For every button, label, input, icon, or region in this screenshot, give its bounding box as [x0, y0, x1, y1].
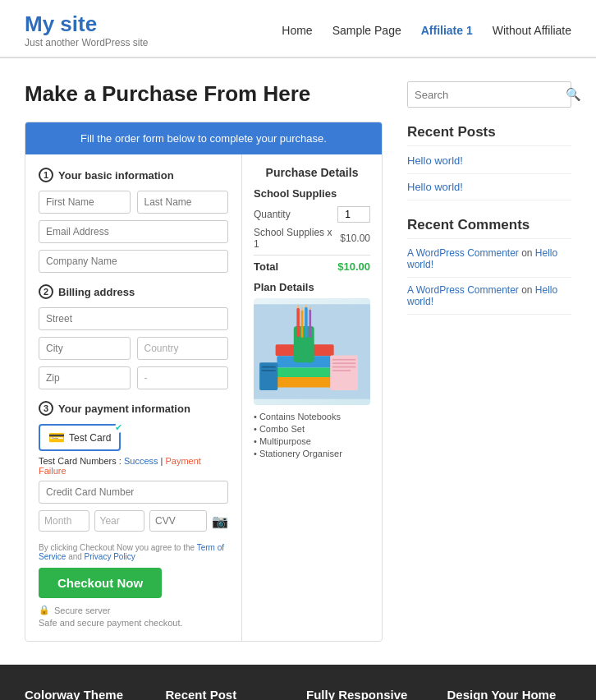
street-input[interactable]: [39, 307, 228, 330]
plan-features: Contains Notebooks Combo Set Multipurpos…: [254, 412, 370, 458]
safe-text: Safe and secure payment checkout.: [39, 618, 228, 628]
last-name-input[interactable]: [137, 191, 229, 214]
svg-rect-8: [305, 307, 308, 338]
footer-col3-title: Fully Responsive: [306, 688, 431, 700]
section3-label: Your payment information: [58, 403, 190, 415]
feature-1: Combo Set: [254, 424, 370, 434]
svg-rect-7: [301, 310, 304, 338]
section-payment: 3 Your payment information ✔ 💳 Test Card…: [39, 401, 228, 532]
order-box: Fill the order form below to complete yo…: [25, 122, 383, 642]
plan-image: [254, 298, 370, 405]
search-button[interactable]: 🔍: [559, 82, 588, 107]
site-tagline: Just another WordPress site: [25, 37, 149, 48]
country-select[interactable]: Country: [137, 337, 229, 360]
search-input[interactable]: [408, 83, 559, 107]
terms-text: By clicking Checkout Now you agree to th…: [39, 543, 228, 561]
svg-rect-15: [332, 359, 355, 361]
comment-on-0: on: [521, 247, 535, 259]
footer-col2-title: Recent Post: [166, 688, 291, 700]
lock-icon: 🔒: [39, 605, 50, 615]
email-row: [39, 220, 228, 243]
zip-input[interactable]: [39, 366, 131, 389]
company-input[interactable]: [39, 250, 228, 273]
quantity-row: Quantity: [254, 206, 370, 223]
total-row: Total $10.00: [254, 255, 370, 273]
card-number-row: [39, 481, 228, 504]
test-card-button[interactable]: ✔ 💳 Test Card: [39, 424, 121, 451]
footer-col1-title: Colorway Theme: [25, 688, 149, 700]
check-icon: ✔: [115, 422, 122, 433]
total-amount: $10.00: [337, 260, 370, 273]
feature-3: Stationery Organiser: [254, 449, 370, 458]
test-card-links: Test Card Numbers : Success | Payment Fa…: [39, 456, 228, 476]
feature-2: Multipurpose: [254, 436, 370, 446]
post-link-0[interactable]: Hello world!: [407, 154, 571, 174]
city-input[interactable]: [39, 337, 131, 360]
comment-author-1[interactable]: A WordPress Commenter: [407, 284, 519, 296]
order-header: Fill the order form below to complete yo…: [25, 122, 382, 154]
recent-comments-title: Recent Comments: [407, 217, 571, 239]
svg-rect-4: [272, 377, 333, 387]
section1-header: 1 Your basic information: [39, 168, 228, 182]
year-select[interactable]: Year: [94, 510, 145, 532]
section-billing: 2 Billing address Country: [39, 284, 228, 389]
product-name: School Supplies: [254, 187, 370, 200]
svg-rect-20: [262, 366, 276, 368]
month-select[interactable]: Month: [39, 510, 89, 532]
quantity-input[interactable]: [337, 206, 370, 223]
section2-num: 2: [39, 284, 53, 299]
nav-without-affiliate[interactable]: Without Affiliate: [493, 24, 571, 37]
page-title: Make a Purchase From Here: [25, 81, 383, 107]
checkout-button[interactable]: Checkout Now: [39, 568, 162, 598]
camera-icon: 📷: [212, 513, 228, 529]
street-row: [39, 307, 228, 330]
name-row: [39, 191, 228, 214]
cvv-input[interactable]: [149, 510, 207, 532]
success-link[interactable]: Success: [124, 456, 158, 466]
footer-col-3: Fully Responsive Colorway is a unique re…: [306, 688, 431, 700]
secure-row: 🔒 Secure server: [39, 605, 228, 615]
content-area: Make a Purchase From Here Fill the order…: [25, 81, 383, 642]
zip-extra-select[interactable]: -: [137, 366, 229, 389]
section3-header: 3 Your payment information: [39, 401, 228, 416]
line-item-row: School Supplies x 1 $10.00: [254, 227, 370, 250]
comment-author-0[interactable]: A WordPress Commenter: [407, 247, 519, 259]
first-name-input[interactable]: [39, 191, 131, 214]
section2-header: 2 Billing address: [39, 284, 228, 299]
purchase-title: Purchase Details: [254, 166, 370, 179]
recent-posts-section: Recent Posts Hello world! Hello world!: [407, 124, 571, 200]
section1-label: Your basic information: [58, 169, 174, 182]
email-input[interactable]: [39, 220, 228, 243]
section1-num: 1: [39, 168, 53, 182]
recent-posts-title: Recent Posts: [407, 124, 571, 146]
company-row: [39, 250, 228, 273]
post-link-1[interactable]: Hello world!: [407, 181, 571, 200]
footer-grid: Colorway Theme Footer is widgetized. To …: [25, 688, 571, 700]
comment-1: A WordPress Commenter on Hello world!: [407, 284, 571, 315]
line-item-price: $10.00: [340, 233, 370, 244]
svg-rect-16: [332, 362, 355, 364]
footer-col-2: Recent Post Worth A Thousand Words Categ…: [166, 688, 291, 700]
nav-sample-page[interactable]: Sample Page: [332, 24, 401, 37]
site-footer: Colorway Theme Footer is widgetized. To …: [0, 665, 596, 700]
nav-affiliate1[interactable]: Affiliate 1: [421, 24, 473, 37]
test-card-label: Test Card: [69, 432, 111, 444]
feature-0: Contains Notebooks: [254, 412, 370, 421]
section3-num: 3: [39, 401, 53, 416]
secure-label: Secure server: [54, 606, 110, 615]
footer-col-4: Design Your Home Express your creativity…: [447, 688, 572, 700]
svg-rect-18: [332, 370, 351, 371]
month-row: Month Year 📷: [39, 510, 228, 532]
footer-col-1: Colorway Theme Footer is widgetized. To …: [25, 688, 149, 700]
svg-rect-9: [309, 310, 311, 338]
nav-home[interactable]: Home: [282, 24, 312, 37]
quantity-label: Quantity: [254, 209, 291, 220]
privacy-policy-link[interactable]: Privacy Policy: [85, 552, 135, 561]
test-card-text: Test Card Numbers :: [39, 456, 121, 466]
card-number-input[interactable]: [39, 481, 228, 504]
svg-rect-6: [296, 308, 300, 338]
comment-on-1: on: [521, 284, 535, 296]
svg-rect-21: [262, 370, 276, 371]
site-header: My site Just another WordPress site Home…: [0, 0, 596, 58]
sidebar: 🔍 Recent Posts Hello world! Hello world!…: [407, 81, 571, 642]
